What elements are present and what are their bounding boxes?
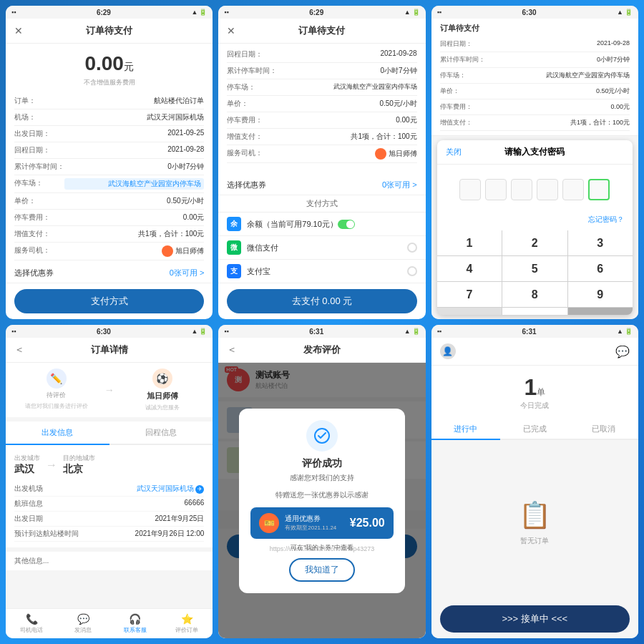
num-key-8[interactable]: 8 <box>502 282 567 307</box>
num-key-4[interactable]: 4 <box>437 256 502 281</box>
status-signal-5: ▪▪ <box>224 328 228 335</box>
pay-option-wechat[interactable]: 微 微信支付 <box>218 236 425 260</box>
status-bar-5: ▪▪ 6:31 ▲ 🔋 <box>218 325 425 338</box>
from-city-name: 武汉 <box>14 463 40 476</box>
pwd-box-1[interactable] <box>459 179 481 200</box>
pay-button-2[interactable]: 去支付 0.00 元 <box>227 289 416 313</box>
wechat-radio[interactable] <box>407 243 417 253</box>
nav-rate-order[interactable]: ⭐ 评价订单 <box>161 612 213 635</box>
amount-unit-1: 元 <box>124 61 134 72</box>
pay-option-balance-info: 余额（当前可用79.10元） <box>247 219 338 230</box>
coupon-row-2[interactable]: 选择优惠券 0张可用 > <box>218 175 425 195</box>
info-row-va-3: 增值支付： 共1项，合计：100元 <box>440 115 630 131</box>
trip-row-flight: 航班信息 66666 <box>14 497 204 512</box>
pwd-box-6[interactable] <box>588 179 610 200</box>
screen1-title: 订单待支付 <box>86 24 132 37</box>
info-row-airport: 机场： 武汉天河国际机场 <box>14 109 204 126</box>
pay-option-alipay[interactable]: 支 支付宝 <box>218 260 425 283</box>
num-key-0[interactable]: 0 <box>502 308 567 315</box>
driver-avatar-2 <box>375 148 386 160</box>
pwd-box-5[interactable] <box>562 179 584 200</box>
success-card: 评价成功 感谢您对我们的支持 特赠送您一张优惠券以示感谢 🎫 通用优惠券 有效期… <box>239 409 404 593</box>
pending-sublabel: 请您对我们服务进行评价 <box>25 402 88 410</box>
pending-icon: ✏️ <box>47 369 67 389</box>
coupon-value-1: 0张可用 > <box>170 268 205 278</box>
know-btn[interactable]: 我知道了 <box>289 558 355 582</box>
info-row-depart: 出发日期： 2021-09-25 <box>14 126 204 142</box>
num-key-2[interactable]: 2 <box>502 230 567 255</box>
num-key-7[interactable]: 7 <box>437 282 502 307</box>
info-row-price-2: 单价： 0.50元/小时 <box>227 96 416 112</box>
payment-method-btn-1[interactable]: 支付方式 <box>14 289 204 313</box>
trip-row-depart-date: 出发日期 2021年9月25日 <box>14 512 204 527</box>
info-row-value-added-2: 增值支付： 共1项，合计：100元 <box>227 129 416 145</box>
back-button-4[interactable]: ＜ <box>14 343 24 356</box>
pwd-box-3[interactable] <box>511 179 532 200</box>
trip-info: 出发城市 武汉 → 目的地城市 北京 出发机场 武汉天河国际机场 ✈ 航班信息 … <box>6 445 213 547</box>
rate-icon: ⭐ <box>181 613 193 625</box>
empty-order-icon: 📋 <box>519 500 551 530</box>
close-pwd-btn[interactable]: 关闭 <box>446 147 462 157</box>
tab-return-info[interactable]: 回程信息 <box>109 421 213 444</box>
balance-icon: 余 <box>227 217 241 231</box>
profile-avatar[interactable]: 👤 <box>440 343 456 359</box>
to-city-label: 目的地城市 <box>63 454 95 463</box>
tab-completed[interactable]: 已完成 <box>500 419 569 439</box>
info-row-parking-lot-2: 停车场： 武汉海航空产业园室内停车场 <box>227 79 416 96</box>
screen1-order-payment: ▪▪ 6:29 ▲ 🔋 ✕ 订单待支付 0.00元 不含增值服务费用 订单： 航… <box>6 6 213 319</box>
close-button-1[interactable]: ✕ <box>14 25 23 36</box>
success-title: 评价成功 <box>250 457 393 470</box>
screen1-header: ✕ 订单待支付 <box>6 19 213 44</box>
today-count-section: 1单 今日完成 <box>431 366 638 419</box>
num-key-6[interactable]: 6 <box>568 256 633 281</box>
payment-section-title-2: 支付方式 <box>218 195 425 213</box>
screen2-title: 订单待支付 <box>298 24 345 37</box>
status-signal-3: ▪▪ <box>437 9 441 16</box>
info-row-return-3: 回程日期： 2021-09-28 <box>440 36 630 52</box>
status-signal-6: ▪▪ <box>437 328 441 335</box>
forgot-pwd-link[interactable]: 忘记密码？ <box>437 215 633 230</box>
num-key-3[interactable]: 3 <box>568 230 633 255</box>
num-key-delete[interactable]: ⌫ <box>568 308 633 315</box>
empty-orders-section: 📋 暂无订单 <box>431 446 638 600</box>
info-row-order: 订单： 航站楼代泊订单 <box>14 93 204 109</box>
num-key-1[interactable]: 1 <box>437 230 502 255</box>
bottom-nav-4: 📞 司机电话 💬 发消息 🎧 联系客服 ⭐ 评价订单 <box>6 608 213 638</box>
balance-toggle[interactable] <box>338 220 355 229</box>
num-key-9[interactable]: 9 <box>568 282 633 307</box>
nav-customer-service[interactable]: 🎧 联系客服 <box>109 612 161 635</box>
num-key-5[interactable]: 5 <box>502 256 567 281</box>
back-button-5[interactable]: ＜ <box>227 343 237 356</box>
info-row-driver-2: 服务司机： 旭日师傅 <box>227 145 416 163</box>
status-bar-4: ▪▪ 6:30 ▲ 🔋 <box>6 325 213 338</box>
order-amount-display: 0.00元 <box>6 44 213 78</box>
alipay-radio[interactable] <box>407 266 417 276</box>
screen4-order-detail: ▪▪ 6:30 ▲ 🔋 ＜ 订单详情 ✏️ 待评价 请您对我们服务进行评价 → … <box>6 325 213 638</box>
info-row-fee-3: 停车费用： 0.00元 <box>440 99 630 115</box>
info-row-price: 单价： 0.50元/小时 <box>14 193 204 210</box>
amount-value-1: 0.00 <box>84 52 124 74</box>
chat-icon[interactable]: 💬 <box>615 345 630 358</box>
pwd-box-2[interactable] <box>485 179 507 200</box>
nav-message[interactable]: 💬 发消息 <box>57 612 109 635</box>
tab-depart-info[interactable]: 出发信息 <box>6 421 109 445</box>
order-info-1: 订单： 航站楼代泊订单 机场： 武汉天河国际机场 出发日期： 2021-09-2… <box>6 93 213 263</box>
info-row-value-added: 增值支付： 共1项，合计：100元 <box>14 226 204 243</box>
coupon-row-1[interactable]: 选择优惠券 0张可用 > <box>6 263 213 283</box>
pwd-box-4[interactable] <box>537 179 558 200</box>
tab-cancelled[interactable]: 已取消 <box>570 419 638 439</box>
info-row-parking-lot: 停车场： 武汉海航空产业园室内停车场 <box>14 175 204 193</box>
screen5-rating: ▪▪ 6:31 ▲ 🔋 ＜ 发布评价 HOT 测 测试账号 航站楼代泊 很好的服… <box>218 325 425 638</box>
tab-in-progress[interactable]: 进行中 <box>431 419 500 440</box>
screen6-profile: ▪▪ 6:31 ▲ 🔋 👤 💬 1单 今日完成 进行中 已完成 已取消 📋 暂无… <box>431 325 638 638</box>
arrow-icon: → <box>104 384 114 396</box>
close-button-2[interactable]: ✕ <box>227 25 235 36</box>
message-icon: 💬 <box>77 613 89 625</box>
pay-option-balance[interactable]: 余 余额（当前可用79.10元） <box>218 213 425 236</box>
nav-driver-phone[interactable]: 📞 司机电话 <box>6 612 57 635</box>
info-row-parktime-3: 累计停车时间： 0小时7分钟 <box>440 52 630 68</box>
screen3-password: ▪▪ 6:30 ▲ 🔋 订单待支付 回程日期： 2021-09-28 累计停车时… <box>431 6 638 319</box>
order-detail-tabs: 出发信息 回程信息 <box>6 421 213 445</box>
screen4-header: ＜ 订单详情 <box>6 338 213 363</box>
accept-orders-button[interactable]: >>> 接单中 <<< <box>440 605 630 633</box>
